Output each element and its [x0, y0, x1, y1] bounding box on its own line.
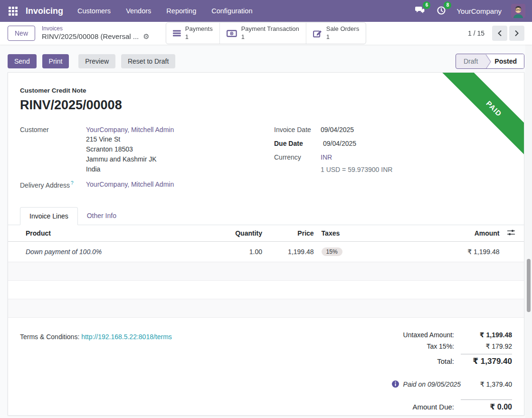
customer-address-line: 215 Vine St [86, 134, 174, 144]
empty-line-row [8, 280, 524, 299]
app-name[interactable]: Invoicing [26, 6, 63, 16]
vertical-scrollbar [525, 22, 532, 418]
activities-button[interactable]: 8 [436, 5, 447, 18]
currency-field: Currency INR [274, 153, 392, 161]
new-button[interactable]: New [8, 26, 35, 41]
status-posted[interactable]: Posted [492, 54, 524, 68]
tab-invoice-lines[interactable]: Invoice Lines [20, 207, 78, 225]
smart-button-count: 1 [241, 33, 299, 41]
status-draft[interactable]: Draft [456, 54, 485, 68]
notebook-tabs: Invoice Lines Other Info [8, 207, 524, 225]
tab-other-info[interactable]: Other Info [78, 207, 125, 225]
company-name[interactable]: YourCompany [456, 7, 502, 15]
paid-amount-value: ₹ 1,379.40 [461, 380, 512, 388]
payment-transaction-smart-button[interactable]: 0 Payment Transaction 1 [219, 23, 306, 44]
menu-configuration[interactable]: Configuration [211, 7, 252, 15]
breadcrumb-invoices-link[interactable]: Invoices [42, 26, 150, 32]
line-amount[interactable]: ₹ 1,199.48 [421, 241, 504, 262]
empty-line-row [8, 262, 524, 280]
line-quantity[interactable]: 1.00 [214, 241, 266, 262]
menu-reporting[interactable]: Reporting [166, 7, 196, 15]
col-product: Product [8, 225, 214, 242]
line-product[interactable]: Down payment of 100.0% [8, 241, 214, 262]
pager-previous-button[interactable] [492, 26, 507, 41]
breadcrumb: Invoices RINV/2025/00008 (Reversal ... ⚙ [42, 26, 150, 40]
smart-button-count: 1 [326, 33, 359, 41]
col-taxes: Taxes [318, 225, 421, 242]
optional-columns-button[interactable] [504, 225, 524, 242]
delivery-address-link[interactable]: YourCompany, Mitchell Admin [86, 180, 174, 189]
col-amount: Amount [421, 225, 504, 242]
apps-grid-icon [9, 7, 18, 16]
total-label: Total: [364, 357, 461, 365]
sheet-footer: Terms & Conditions: http://192.168.5.22:… [20, 331, 512, 415]
status-widget: Draft Posted [456, 54, 524, 69]
invoice-date-value[interactable]: 09/04/2025 [321, 126, 354, 133]
menu-customers[interactable]: Customers [77, 7, 111, 15]
sale-orders-smart-button[interactable]: Sale Orders 1 [306, 23, 366, 44]
tax-badge: 15% [322, 247, 342, 256]
messages-badge: 6 [423, 1, 430, 9]
currency-link[interactable]: INR [321, 153, 332, 161]
paid-row: Paid on 09/05/2025 ₹ 1,379.40 [364, 380, 512, 388]
customer-link[interactable]: YourCompany, Mitchell Admin [86, 126, 174, 133]
line-price[interactable]: 1,199.48 [266, 241, 318, 262]
apps-menu-button[interactable] [7, 5, 19, 18]
send-button[interactable]: Send [8, 54, 37, 68]
svg-text:0: 0 [231, 32, 233, 35]
line-taxes[interactable]: 15% [318, 241, 421, 262]
form-statusbar: Send Print Preview Reset to Draft Draft … [0, 45, 532, 72]
terms-link[interactable]: http://192.168.5.22:8018/terms [81, 333, 172, 341]
delivery-address-field: Delivery Address? YourCompany, Mitchell … [20, 180, 274, 189]
untaxed-amount-value: ₹ 1,199.48 [461, 331, 512, 339]
activities-badge: 8 [444, 1, 451, 9]
action-gear-icon[interactable]: ⚙ [143, 33, 149, 40]
due-date-value[interactable]: 09/04/2025 [321, 140, 356, 147]
smart-button-label: Sale Orders [326, 25, 359, 33]
paid-on-label: Paid on 09/05/2025 [403, 380, 461, 388]
delivery-address-label: Delivery Address? [20, 180, 86, 189]
total-value: ₹ 1,379.40 [461, 354, 512, 366]
pager-next-button[interactable] [509, 26, 524, 41]
table-header-row: Product Quantity Price Taxes Amount [8, 225, 524, 242]
preview-button[interactable]: Preview [78, 54, 115, 68]
print-button[interactable]: Print [42, 54, 69, 68]
customer-address-line: Scranton 18503 [86, 144, 174, 154]
invoice-date-label: Invoice Date [274, 126, 321, 133]
status-arrow-divider [485, 54, 492, 68]
col-price: Price [266, 225, 318, 242]
payments-smart-button[interactable]: Payments 1 [166, 23, 219, 44]
currency-rate: 1 USD = 59.973900 INR [274, 166, 392, 173]
paid-info[interactable]: Paid on 09/05/2025 [392, 380, 461, 388]
info-circle-icon [392, 380, 399, 388]
document-type-label: Customer Credit Note [20, 87, 512, 94]
sliders-icon [507, 229, 515, 236]
due-date-label: Due Date [274, 140, 321, 147]
top-navbar: Invoicing Customers Vendors Reporting Co… [0, 0, 532, 22]
untaxed-amount-label: Untaxed Amount: [364, 331, 461, 339]
user-avatar[interactable] [511, 4, 525, 18]
avatar-image [511, 4, 525, 18]
topbar-right: 6 8 YourCompany [414, 4, 525, 18]
scrollbar-thumb[interactable] [527, 259, 531, 312]
form-header-buttons: Send Print Preview Reset to Draft [8, 54, 179, 68]
help-tooltip-icon: ? [71, 180, 74, 186]
reset-to-draft-button[interactable]: Reset to Draft [121, 54, 175, 68]
form-content: PAID Customer Credit Note RINV/2025/0000… [0, 72, 532, 418]
main-menu: Customers Vendors Reporting Configuratio… [77, 7, 252, 15]
amount-due-label: Amount Due: [364, 403, 461, 411]
invoice-sheet: PAID Customer Credit Note RINV/2025/0000… [8, 72, 524, 416]
totals-block: Untaxed Amount: ₹ 1,199.48 Tax 15%: ₹ 17… [364, 331, 512, 415]
terms-label: Terms & Conditions: [20, 333, 79, 341]
messages-button[interactable]: 6 [414, 5, 426, 17]
empty-line-row [8, 299, 524, 317]
invoice-lines-table: Product Quantity Price Taxes Amount [8, 225, 524, 318]
smart-button-label: Payment Transaction [241, 25, 299, 33]
pager-counter: 1 / 15 [468, 29, 484, 37]
money-icon: 0 [227, 30, 237, 37]
document-name: RINV/2025/00008 [20, 98, 512, 113]
menu-vendors[interactable]: Vendors [126, 7, 151, 15]
invoice-line-row[interactable]: Down payment of 100.0% 1.00 1,199.48 15%… [8, 241, 524, 262]
customer-address-line: India [86, 164, 174, 174]
smart-button-label: Payments [185, 25, 213, 33]
